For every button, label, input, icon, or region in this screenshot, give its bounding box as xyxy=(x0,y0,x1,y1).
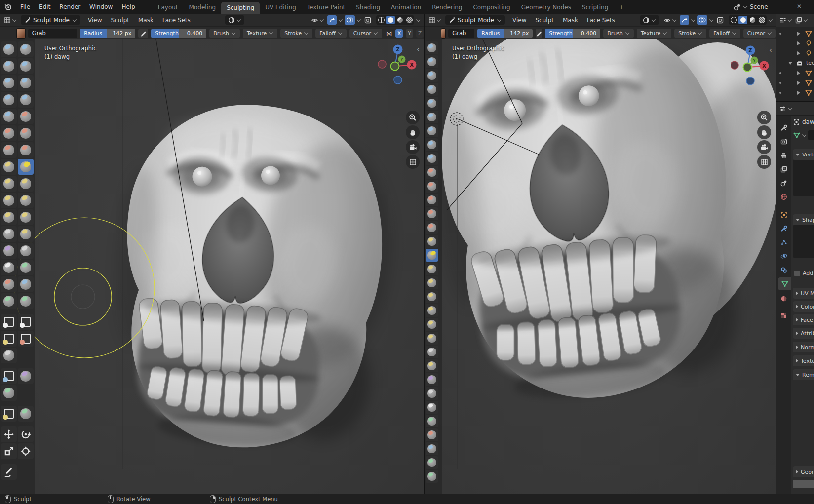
tool-pose[interactable] xyxy=(426,304,438,317)
xray-toggle[interactable] xyxy=(715,15,725,25)
object-visibility-button[interactable] xyxy=(662,15,678,25)
tool-layer[interactable] xyxy=(18,75,34,91)
tab-shading[interactable]: Shading xyxy=(350,1,386,14)
overlays-toggle[interactable] xyxy=(697,15,707,25)
tool-color-filter[interactable] xyxy=(1,385,17,401)
strength-slider[interactable]: Strength 0.400 xyxy=(151,29,206,38)
tool-draw-face-sets[interactable] xyxy=(18,260,34,275)
brush-falloff-button[interactable] xyxy=(225,15,244,25)
falloff-dropdown[interactable]: Falloff xyxy=(315,29,346,38)
viewport-menu-mask[interactable]: Mask xyxy=(558,17,582,24)
brush-thumbnail[interactable] xyxy=(441,29,445,38)
tool-multi-plane-scrape[interactable] xyxy=(426,221,438,234)
panel-color-attributes[interactable]: Color Attributes xyxy=(793,301,814,312)
tab-sculpting[interactable]: Sculpting xyxy=(221,2,260,14)
tool-scrape[interactable] xyxy=(426,207,438,220)
tool-annotate[interactable] xyxy=(1,464,17,480)
tool-inflate[interactable] xyxy=(426,124,438,137)
shading-wireframe-button[interactable] xyxy=(729,16,738,24)
cursor-dropdown[interactable]: Cursor xyxy=(743,29,776,38)
tool-pinch[interactable] xyxy=(1,159,17,175)
viewport-menu-face-sets[interactable]: Face Sets xyxy=(582,17,620,24)
stroke-dropdown[interactable]: Stroke xyxy=(280,29,312,38)
tab-scripting[interactable]: Scripting xyxy=(577,1,614,14)
tool-crease[interactable] xyxy=(426,152,438,165)
tool-pose[interactable] xyxy=(18,193,34,208)
tool-thumb[interactable] xyxy=(1,193,17,208)
editor-type-button[interactable] xyxy=(3,17,18,24)
brush-falloff-button[interactable] xyxy=(640,15,659,25)
camera-view-button[interactable] xyxy=(406,140,420,154)
checkbox-add-rest-position[interactable]: Add Rest Position xyxy=(794,270,814,276)
symmetry-y-button[interactable]: Y xyxy=(406,29,413,38)
symmetry-x-button[interactable]: X xyxy=(395,29,403,38)
tool-box-hide[interactable] xyxy=(18,314,34,330)
outliner-row[interactable] xyxy=(776,48,814,58)
tool-smear[interactable] xyxy=(18,293,34,309)
perspective-toggle-button[interactable] xyxy=(757,155,771,169)
tool-grab[interactable] xyxy=(18,159,34,175)
camera-view-button[interactable] xyxy=(757,140,771,154)
remesh-value-field[interactable] xyxy=(793,480,814,488)
viewport-menu-sculpt[interactable]: Sculpt xyxy=(106,17,133,24)
shading-material-button[interactable] xyxy=(748,16,757,24)
tool-flatten[interactable] xyxy=(1,125,17,141)
tool-draw[interactable] xyxy=(1,41,17,57)
tool-clay[interactable] xyxy=(1,58,17,74)
tool-draw-sharp[interactable] xyxy=(426,55,438,68)
outliner-row[interactable] xyxy=(776,68,814,78)
tool-multires-displacement-eraser[interactable] xyxy=(426,428,438,441)
tool-multires-displacement-smear[interactable] xyxy=(18,276,34,292)
brush-thumbnail[interactable] xyxy=(17,29,25,38)
expand-arrow-icon[interactable] xyxy=(797,71,800,75)
properties-tab-texture[interactable] xyxy=(776,309,791,322)
tab-texture-paint[interactable]: Texture Paint xyxy=(302,1,350,14)
chevron-down-icon[interactable] xyxy=(788,106,792,110)
tool-paint[interactable] xyxy=(426,456,438,469)
outliner-filter-button[interactable] xyxy=(795,17,808,24)
tool-multires-displacement-eraser[interactable] xyxy=(1,276,17,292)
expand-arrow-icon[interactable] xyxy=(797,32,800,36)
gizmo-neg-x[interactable] xyxy=(378,60,386,68)
texture-dropdown[interactable]: Texture xyxy=(243,29,277,38)
panel-geometry-data[interactable]: Geometry Data xyxy=(793,466,814,477)
viewport-menu-face-sets[interactable]: Face Sets xyxy=(158,17,195,24)
viewport-menu-mask[interactable]: Mask xyxy=(134,17,158,24)
tool-clay-thumb[interactable] xyxy=(426,97,438,110)
panel-vertex-groups[interactable]: Vertex Groups xyxy=(793,149,814,160)
tool-pinch[interactable] xyxy=(426,235,438,248)
properties-tab-physics[interactable] xyxy=(776,250,791,263)
properties-tab-data[interactable] xyxy=(778,277,791,290)
chevron-down-icon[interactable] xyxy=(357,17,361,21)
panel-face-maps[interactable]: Face Maps xyxy=(793,314,814,325)
outliner-display-mode-button[interactable] xyxy=(779,17,792,24)
zoom-button[interactable] xyxy=(757,111,771,124)
tool-mesh-filter[interactable] xyxy=(1,368,17,384)
menu-file[interactable]: File xyxy=(16,0,35,14)
properties-tab-material[interactable] xyxy=(776,292,791,305)
pan-button[interactable] xyxy=(406,125,420,139)
tool-rotate[interactable] xyxy=(426,332,438,345)
tool-fill[interactable] xyxy=(426,194,438,206)
cursor-dropdown[interactable]: Cursor xyxy=(349,29,382,38)
viewport-menu-view[interactable]: View xyxy=(83,17,106,24)
gizmo-neg-z[interactable] xyxy=(394,76,402,84)
tool-box-face-set[interactable] xyxy=(1,331,17,347)
tool-elastic-deform[interactable] xyxy=(1,176,17,192)
panel-list[interactable] xyxy=(793,160,814,196)
properties-tab-object[interactable] xyxy=(776,208,791,221)
tool-nudge[interactable] xyxy=(426,318,438,331)
object-visibility-button[interactable] xyxy=(310,15,326,25)
navigation-gizmo[interactable]: Y Z X xyxy=(378,42,418,87)
tool-clay-strips[interactable] xyxy=(426,83,438,96)
sidebar-collapse-icon[interactable]: ‹ xyxy=(417,46,420,52)
overlays-toggle[interactable] xyxy=(345,15,355,25)
tool-edit-face-set[interactable] xyxy=(1,406,17,422)
tab--[interactable]: + xyxy=(614,1,629,14)
properties-tab-view-layer[interactable] xyxy=(776,163,791,176)
properties-tab-output[interactable] xyxy=(776,149,791,162)
tool-rotate[interactable] xyxy=(18,426,34,442)
expand-arrow-icon[interactable] xyxy=(797,91,800,95)
gizmos-toggle[interactable] xyxy=(327,15,337,25)
radius-slider[interactable]: Radius 142 px xyxy=(80,29,135,38)
